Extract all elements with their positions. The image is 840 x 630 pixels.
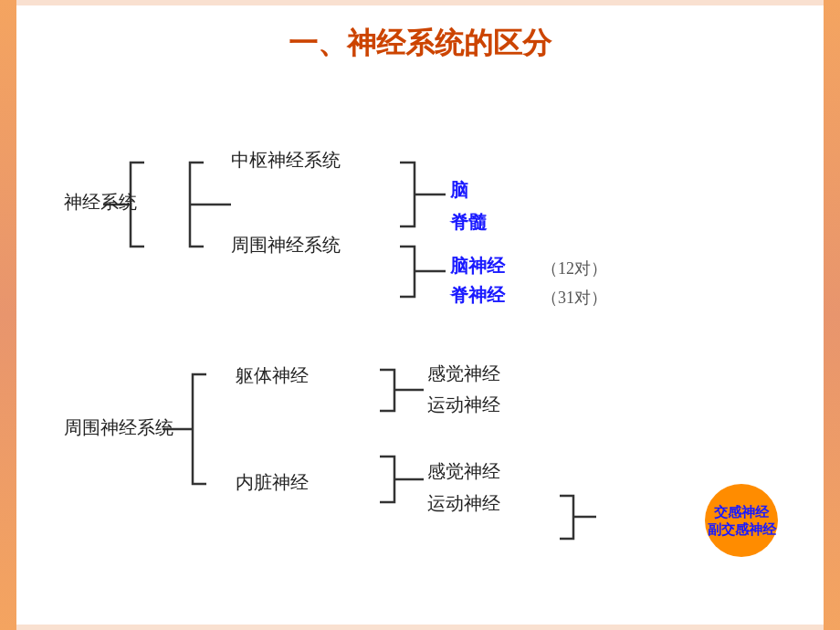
node-peripheral-bottom: 周围神经系统 <box>64 415 173 440</box>
node-motor2: 运动神经 <box>427 491 500 516</box>
node-nervous-system: 神经系统 <box>64 190 137 215</box>
node-visceral: 内脏神经 <box>236 470 309 495</box>
node-sensory2: 感觉神经 <box>427 459 500 484</box>
brackets-svg <box>44 91 796 603</box>
page-content: 一、神经系统的区分 <box>16 5 824 625</box>
diagram: 神经系统 中枢神经系统 周围神经系统 脑 脊髓 脑神经 （12对） 脊神经 （3… <box>44 91 796 603</box>
node-peripheral-top: 周围神经系统 <box>231 233 341 257</box>
node-somatic: 躯体神经 <box>236 363 309 388</box>
border-left <box>0 0 16 630</box>
badge-sympathetic: 交感神经 <box>714 503 769 521</box>
node-spinal-nerve: 脊神经 <box>450 283 505 308</box>
border-bottom <box>16 625 824 630</box>
node-brain: 脑 <box>450 178 468 203</box>
node-spinal-cord: 脊髓 <box>450 210 487 235</box>
badge-circle: 交感神经 副交感神经 <box>705 484 778 557</box>
node-cranial-count: （12对） <box>541 257 607 279</box>
node-cranial-nerve: 脑神经 <box>450 254 505 278</box>
node-central: 中枢神经系统 <box>231 148 341 173</box>
node-spinal-count: （31对） <box>541 287 607 309</box>
node-motor1: 运动神经 <box>427 393 500 417</box>
node-sensory1: 感觉神经 <box>427 362 500 386</box>
badge-parasympathetic: 副交感神经 <box>708 520 776 539</box>
border-right <box>824 0 840 630</box>
page-title: 一、神经系统的区分 <box>44 24 796 64</box>
